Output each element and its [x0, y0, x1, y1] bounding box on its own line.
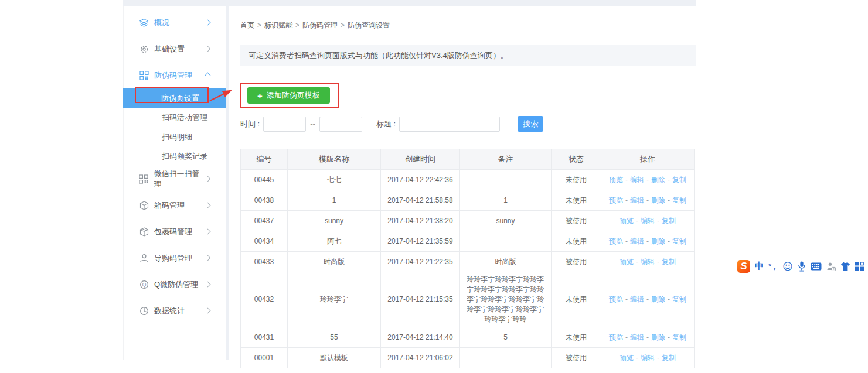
cell-id: 00433 — [241, 252, 288, 272]
emoji-icon[interactable]: ☺ — [782, 261, 793, 272]
action-link-1[interactable]: 预览 — [609, 333, 623, 341]
action-link-3[interactable]: 复制 — [662, 217, 676, 225]
sidebar-item-parcel-code[interactable]: 包裹码管理 — [124, 218, 226, 245]
sidebar-item-carton-code[interactable]: 箱码管理 — [124, 192, 226, 218]
cell-created: 2017-04-12 21:14:40 — [381, 327, 460, 348]
skin-shirt-icon[interactable] — [840, 262, 850, 271]
action-link-3[interactable]: 删除 — [651, 196, 665, 204]
breadcrumb-separator: > — [341, 21, 345, 29]
sidebar-item-anticounterfeit-code[interactable]: 防伪码管理 — [124, 62, 226, 88]
cell-actions: 预览-编辑-删除-复制 — [601, 190, 695, 211]
action-link-3[interactable]: 删除 — [651, 237, 665, 245]
sidebar-item-label: Q微防伪管理 — [154, 279, 198, 290]
cell-remark — [460, 231, 552, 252]
user-icon[interactable] — [826, 262, 836, 271]
keyboard-icon[interactable] — [811, 262, 822, 271]
action-link-2[interactable]: 编辑 — [630, 295, 644, 303]
main-content: 首页>标识赋能>防伪码管理>防伪查询设置 可定义消费者扫码查询页面版式与功能（此… — [229, 6, 696, 360]
title-filter-label: 标题 : — [376, 119, 396, 129]
time-to-input[interactable] — [319, 117, 362, 132]
cell-remark: sunny — [460, 211, 552, 231]
sidebar-subitem-scan-activity[interactable]: 扫码活动管理 — [124, 108, 226, 127]
sidebar-item-data-statistics[interactable]: 数据统计 — [124, 297, 226, 324]
action-link-2[interactable]: 编辑 — [630, 196, 644, 204]
layers-icon — [139, 18, 149, 28]
action-separator: - — [668, 333, 670, 341]
action-link-2[interactable]: 编辑 — [630, 333, 644, 341]
cell-status: 未使用 — [552, 170, 601, 190]
column-header: 创建时间 — [381, 149, 460, 170]
time-from-input[interactable] — [263, 117, 306, 132]
sidebar-item-overview[interactable]: 概况 — [124, 9, 226, 36]
action-link-4[interactable]: 复制 — [672, 196, 686, 204]
cell-created: 2017-04-12 22:42:36 — [381, 170, 460, 190]
cell-actions: 预览-编辑-复制 — [601, 211, 695, 231]
breadcrumb-item[interactable]: 标识赋能 — [264, 21, 292, 29]
table-row: 00431552017-04-12 21:14:405未使用预览-编辑-删除-复… — [241, 327, 695, 348]
action-link-4[interactable]: 复制 — [672, 333, 686, 341]
title-input[interactable] — [399, 117, 500, 132]
cell-created: 2017-04-12 21:38:20 — [381, 211, 460, 231]
action-link-3[interactable]: 删除 — [651, 333, 665, 341]
action-link-4[interactable]: 复制 — [672, 176, 686, 184]
action-link-1[interactable]: 预览 — [619, 217, 634, 225]
action-separator: - — [668, 237, 670, 245]
breadcrumb-item[interactable]: 首页 — [240, 21, 254, 29]
sidebar-item-label: 导购码管理 — [154, 253, 192, 264]
action-link-2[interactable]: 编辑 — [641, 217, 655, 225]
action-link-1[interactable]: 预览 — [609, 237, 623, 245]
add-template-button[interactable]: + 添加防伪页模板 — [247, 87, 330, 104]
sogou-logo-icon[interactable]: S — [737, 260, 750, 273]
annotation-box-sidebar-item — [135, 87, 209, 103]
action-link-4[interactable]: 复制 — [672, 295, 686, 303]
microphone-icon[interactable] — [798, 261, 806, 272]
cell-id: 00445 — [241, 170, 288, 190]
action-link-3[interactable]: 删除 — [651, 295, 665, 303]
action-link-2[interactable]: 编辑 — [630, 237, 644, 245]
action-link-2[interactable]: 编辑 — [641, 258, 655, 266]
action-link-1[interactable]: 预览 — [619, 258, 634, 266]
cell-actions: 预览-编辑-复制 — [601, 252, 695, 272]
action-link-3[interactable]: 复制 — [662, 354, 676, 362]
action-separator: - — [636, 258, 638, 266]
action-link-1[interactable]: 预览 — [609, 176, 623, 184]
table-row: 0043812017-04-12 21:58:581未使用预览-编辑-删除-复制 — [241, 190, 695, 211]
punctuation-icon[interactable]: °， — [768, 261, 778, 272]
action-link-3[interactable]: 复制 — [662, 258, 676, 266]
action-separator: - — [646, 176, 649, 184]
action-link-3[interactable]: 删除 — [651, 176, 665, 184]
chevron-right-icon — [205, 46, 211, 52]
cell-name: 阿七 — [288, 231, 381, 252]
sidebar-subitem-scan-prize-records[interactable]: 扫码领奖记录 — [124, 146, 226, 166]
chinese-mode-icon[interactable]: 中 — [755, 261, 764, 272]
chevron-right-icon — [205, 20, 211, 26]
sidebar-item-wechat-scan[interactable]: 微信扫一扫管理 — [124, 166, 226, 192]
breadcrumb-item: 防伪查询设置 — [348, 21, 390, 29]
qrcode-icon — [139, 174, 149, 184]
action-link-1[interactable]: 预览 — [609, 295, 623, 303]
search-button[interactable]: 搜索 — [518, 116, 543, 132]
action-link-4[interactable]: 复制 — [672, 237, 686, 245]
sidebar-item-label: 箱码管理 — [154, 200, 185, 211]
action-link-1[interactable]: 预览 — [609, 196, 623, 204]
cell-remark — [460, 348, 552, 368]
notice-bar: 可定义消费者扫码查询页面版式与功能（此功能仅针对V3.4版防伪查询页）。 — [240, 45, 696, 66]
sidebar-subitem-scan-detail[interactable]: 扫码明细 — [124, 127, 226, 146]
cell-name: 55 — [288, 327, 381, 348]
toolbox-grid-icon[interactable] — [855, 262, 864, 271]
breadcrumb-item[interactable]: 防伪码管理 — [302, 21, 338, 29]
action-link-1[interactable]: 预览 — [619, 354, 634, 362]
action-link-2[interactable]: 编辑 — [630, 176, 644, 184]
action-link-2[interactable]: 编辑 — [641, 354, 655, 362]
sidebar-item-guide-code[interactable]: 导购码管理 — [124, 245, 226, 271]
action-separator: - — [625, 196, 628, 204]
action-separator: - — [668, 196, 670, 204]
sidebar-item-qwei-anticounterfeit[interactable]: QQ微防伪管理 — [124, 271, 226, 297]
cell-remark — [460, 170, 552, 190]
action-separator: - — [625, 176, 628, 184]
sidebar-item-label: 概况 — [154, 18, 169, 28]
action-separator: - — [646, 333, 649, 341]
sidebar-item-basic-settings[interactable]: 基础设置 — [124, 36, 226, 62]
cell-remark: 玲玲李宁玲玲李宁玲玲李宁玲玲李宁玲玲李宁玲玲李宁玲玲李宁玲玲李宁玲玲李宁玲玲李宁… — [460, 272, 552, 327]
q-circle-icon: Q — [139, 279, 149, 289]
